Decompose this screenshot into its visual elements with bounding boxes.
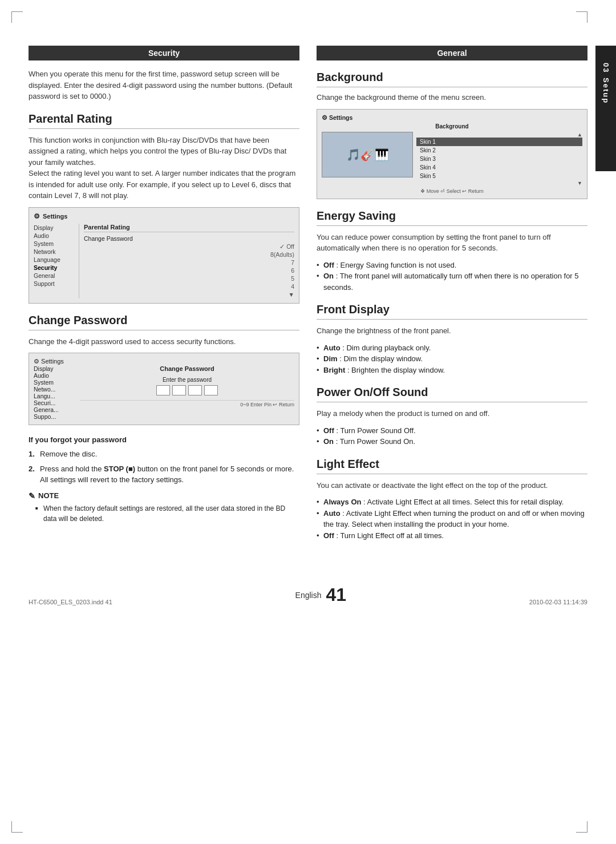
light-effect-bullets: Always On : Activate Light Effect at all… [317, 496, 587, 541]
change-password-mockup: ⚙ Settings Display Audio System Netwo...… [29, 353, 299, 425]
parental-rating-body: This function works in conjunction with … [29, 135, 299, 201]
background-title: Background [317, 71, 587, 87]
bg-mock-body: 🎵🎸🎹 ▲ Skin 1 Skin 2 Skin 3 Skin 4 Skin 5… [322, 132, 582, 186]
energy-off: Off : Energy Saving function is not used… [317, 260, 587, 271]
cp-enter-label: Enter the password [80, 377, 294, 383]
menu-support: Support [34, 280, 75, 288]
footer-right: 2010-02-03 11:14:39 [529, 599, 587, 605]
menu-audio: Audio [34, 232, 75, 240]
fd-auto: Auto : Dim during playback only. [317, 342, 587, 354]
fd-dim: Dim : Dim the display window. [317, 353, 587, 365]
side-tab-label: Setup [602, 78, 610, 104]
light-effect-body: You can activate or deactivate the light… [317, 480, 587, 491]
mockup-row-6: 6 [84, 266, 294, 274]
cp-menu-display: Display [34, 365, 76, 372]
menu-general: General [34, 272, 75, 280]
security-header-label: Security [148, 49, 180, 58]
power-sound-bullets: Off : Turn Power Sound Off. On : Turn Po… [317, 425, 587, 447]
forgot-password-title: If you forgot your password [29, 435, 299, 444]
note-item-1: When the factory default settings are re… [35, 503, 299, 524]
bg-mock-nav: ❖ Move ⏎ Select ↩ Return [322, 188, 582, 194]
background-mockup: ⚙ Settings Background 🎵🎸🎹 ▲ Skin 1 Skin … [317, 109, 587, 199]
skin-3: Skin 3 [416, 155, 582, 163]
bg-preview: 🎵🎸🎹 [322, 132, 413, 177]
menu-network: Network [34, 248, 75, 256]
energy-saving-body: You can reduce power consumption by sett… [317, 232, 587, 254]
page-number: 41 [326, 584, 346, 605]
content-wrapper: Security When you operate this menu for … [0, 23, 616, 567]
cp-content-title: Change Password [80, 365, 294, 372]
corner-mark-bl [11, 821, 23, 833]
forgot-password-section: If you forgot your password 1. Remove th… [29, 435, 299, 524]
mockup-title: ⚙ Settings [34, 212, 294, 220]
step-1: 1. Remove the disc. [29, 449, 299, 460]
mockup-row-7: 7 [84, 259, 294, 266]
page-container: 03 Setup Security When you operate this … [0, 0, 616, 844]
cp-menu-language: Langu... [34, 393, 76, 399]
corner-mark-tr [576, 11, 587, 23]
mockup-row-5: 5 [84, 274, 294, 282]
cp-password-boxes [80, 385, 294, 395]
step-2: 2. Press and hold the STOP (■) button on… [29, 463, 299, 486]
front-display-bullets: Auto : Dim during playback only. Dim : D… [317, 342, 587, 376]
gear-icon-bg: ⚙ [322, 114, 329, 121]
power-sound-body: Play a melody when the product is turned… [317, 408, 587, 419]
bg-mock-settings-label: Settings [329, 114, 352, 121]
mockup-row-4: 4 [84, 282, 294, 290]
le-auto: Auto : Activate Light Effect when turnin… [317, 508, 587, 530]
mockup-right-header: Parental Rating [84, 224, 294, 232]
bg-mock-title: ⚙ Settings [322, 114, 582, 121]
note-pencil-icon: ✎ [29, 491, 35, 500]
cp-menu-audio: Audio [34, 372, 76, 379]
front-display-body: Change the brightness of the front panel… [317, 325, 587, 337]
cp-mock-nav: 0~9 Enter Pin ↩ Return [80, 400, 294, 407]
english-label: English [295, 591, 322, 600]
left-column: Security When you operate this menu for … [29, 46, 299, 544]
cp-mockup-title: ⚙ Settings [34, 358, 294, 365]
mockup-row-changepass: Change Password [84, 235, 294, 243]
cp-menu-support: Suppo... [34, 413, 76, 420]
mockup-body: Display Audio System Network Language Se… [34, 224, 294, 298]
change-password-title: Change Password [29, 314, 299, 330]
menu-security: Security [34, 264, 75, 272]
cp-mock-right: Change Password Enter the password 0~9 E… [76, 365, 294, 420]
cp-box-3 [188, 385, 202, 395]
mockup-row-arrow: ▼ [84, 290, 294, 298]
gear-icon-cp: ⚙ [34, 358, 39, 365]
general-header: General [317, 46, 587, 60]
parental-rating-title: Parental Rating [29, 112, 299, 129]
menu-system: System [34, 240, 75, 248]
cp-menu-general: Genera... [34, 406, 76, 413]
page-number-section: English 41 [295, 584, 347, 605]
ps-on: On : Turn Power Sound On. [317, 436, 587, 447]
light-effect-title: Light Effect [317, 458, 587, 474]
skin-1: Skin 1 [416, 138, 582, 146]
note-box: ✎ NOTE When the factory default settings… [29, 491, 299, 524]
mockup-title-label: Settings [43, 213, 67, 220]
menu-language: Language [34, 256, 75, 264]
cp-box-4 [204, 385, 218, 395]
gear-icon: ⚙ [34, 212, 40, 220]
cp-box-2 [172, 385, 186, 395]
skin-5: Skin 5 [416, 172, 582, 180]
ps-off: Off : Turn Power Sound Off. [317, 425, 587, 437]
side-tab-number: 03 [602, 63, 610, 73]
bg-mock-subtitle: Background [322, 123, 582, 130]
note-list: When the factory default settings are re… [29, 503, 299, 524]
front-display-title: Front Display [317, 303, 587, 320]
corner-mark-tl [11, 11, 23, 23]
page-footer: HT-C6500_ELS_0203.indd 41 English 41 201… [0, 579, 616, 611]
le-always-on: Always On : Activate Light Effect at all… [317, 496, 587, 508]
side-tab: 03 Setup [595, 46, 616, 171]
cp-mockup-title-label: Settings [41, 358, 64, 365]
cp-menu-system: System [34, 379, 76, 386]
le-off: Off : Turn Light Effect off at all times… [317, 530, 587, 542]
mockup-row-8: 8(Adults) [84, 251, 294, 259]
security-intro: When you operate this menu for the first… [29, 68, 299, 102]
general-header-label: General [437, 49, 467, 58]
power-sound-title: Power On/Off Sound [317, 386, 587, 402]
energy-on: On : The front panel will automatically … [317, 270, 587, 293]
security-header: Security [29, 46, 299, 60]
skin-4: Skin 4 [416, 163, 582, 172]
skin-2: Skin 2 [416, 146, 582, 155]
